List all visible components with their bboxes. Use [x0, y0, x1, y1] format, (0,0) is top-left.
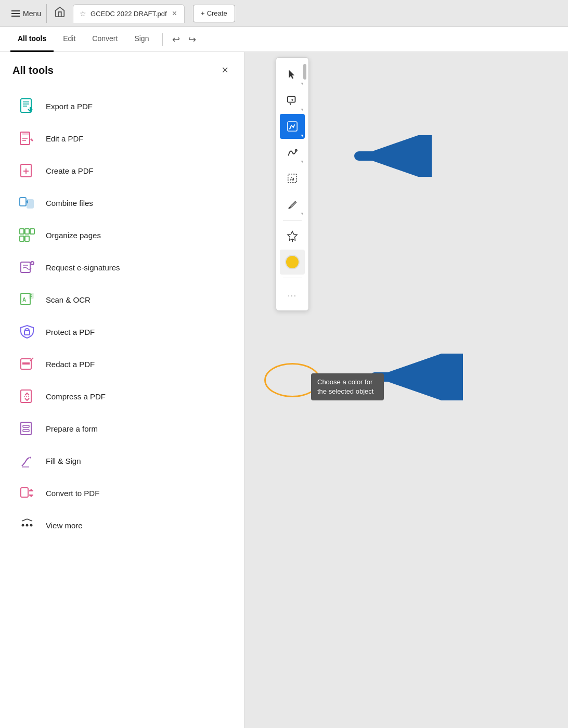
svg-rect-13	[30, 229, 34, 234]
create-button[interactable]: + Create	[193, 5, 235, 22]
svg-point-40	[26, 524, 29, 527]
convert-pdf-icon	[17, 483, 37, 503]
svg-rect-42	[288, 97, 295, 102]
svg-rect-34	[23, 430, 29, 432]
tool-item-compress[interactable]: Compress a PDF	[12, 381, 231, 412]
left-panel: All tools × Export a PDF Edit a PDF Crea…	[0, 52, 244, 728]
tool-label-compress: Compress a PDF	[46, 392, 106, 401]
fill-sign-icon	[17, 450, 37, 471]
tool-item-edit[interactable]: Edit a PDF	[12, 123, 231, 154]
tool-label-export: Export a PDF	[46, 102, 93, 111]
tool-item-scan[interactable]: A Scan & OCR	[12, 284, 231, 315]
corner-arrow-comment	[301, 109, 303, 111]
more-options-button[interactable]: ...	[280, 281, 305, 306]
tab-convert[interactable]: Convert	[85, 27, 125, 52]
svg-text:A: A	[22, 297, 26, 303]
tool-item-fill[interactable]: Fill & Sign	[12, 445, 231, 476]
tab-close-button[interactable]: ×	[171, 9, 178, 18]
export-pdf-icon	[17, 96, 37, 116]
tool-label-fill: Fill & Sign	[46, 457, 81, 465]
create-pdf-icon	[17, 160, 37, 181]
svg-text:Ai: Ai	[290, 177, 294, 181]
svg-rect-33	[23, 425, 29, 427]
comment-tool-button[interactable]	[280, 88, 305, 113]
svg-rect-15	[25, 236, 29, 241]
svg-rect-36	[21, 488, 28, 497]
text-select-tool-button[interactable]: Ai	[280, 166, 305, 191]
color-picker-tooltip: Choose a color for the selected object	[311, 373, 384, 400]
tool-item-combine[interactable]: Combine files	[12, 187, 231, 218]
tab-star-icon: ☆	[80, 9, 86, 18]
redact-pdf-icon	[17, 354, 37, 374]
edit-pdf-icon	[17, 128, 37, 149]
top-nav: All tools Edit Convert Sign ↩ ↪	[0, 27, 568, 52]
svg-rect-3	[22, 132, 30, 135]
toolbar-divider-2	[283, 278, 302, 278]
tool-item-create[interactable]: Create a PDF	[12, 155, 231, 186]
corner-arrow-stamp	[301, 213, 303, 215]
stamp-tool-button[interactable]	[280, 192, 305, 217]
tool-label-scan: Scan & OCR	[46, 295, 91, 304]
tool-label-viewmore: View more	[46, 521, 83, 530]
tool-label-organize: Organize pages	[46, 231, 101, 240]
prepare-form-icon	[17, 418, 37, 439]
svg-rect-14	[20, 236, 24, 241]
undo-button[interactable]: ↩	[169, 32, 183, 47]
select-tool-button[interactable]	[280, 62, 305, 87]
annotate-tool-button[interactable]	[280, 114, 305, 139]
draw-tool-button[interactable]	[280, 140, 305, 165]
protect-pdf-icon	[17, 321, 37, 342]
color-swatch	[285, 255, 300, 269]
menu-label: Menu	[23, 9, 41, 18]
tool-item-convert[interactable]: Convert to PDF	[12, 477, 231, 509]
tooltip-text: Choose a color for the selected object	[317, 378, 373, 395]
tool-label-request: Request e-signatures	[46, 263, 120, 272]
tool-label-create: Create a PDF	[46, 166, 94, 175]
tool-label-edit: Edit a PDF	[46, 134, 84, 143]
tool-item-viewmore[interactable]: View more	[12, 510, 231, 541]
tool-item-request[interactable]: Request e-signatures	[12, 252, 231, 283]
browser-tab[interactable]: ☆ GCEDC 2022 DRAFT.pdf ×	[73, 4, 185, 23]
svg-rect-28	[22, 362, 30, 365]
svg-rect-9	[20, 198, 26, 206]
svg-rect-11	[20, 229, 24, 234]
toolbar-divider	[283, 220, 302, 220]
svg-rect-32	[21, 422, 31, 435]
create-label: Create	[207, 9, 227, 17]
tool-item-protect[interactable]: Protect a PDF	[12, 316, 231, 347]
panel-title: All tools	[12, 64, 54, 76]
redo-button[interactable]: ↪	[185, 32, 199, 47]
svg-rect-12	[25, 229, 29, 234]
svg-point-39	[22, 524, 24, 527]
tool-item-prepare[interactable]: Prepare a form	[12, 413, 231, 444]
tool-label-redact: Redact a PDF	[46, 360, 95, 369]
view-more-icon	[17, 515, 37, 536]
request-esig-icon	[17, 257, 37, 278]
more-options-label: ...	[288, 290, 297, 298]
tool-label-convert: Convert to PDF	[46, 489, 99, 498]
tool-item-export[interactable]: Export a PDF	[12, 90, 231, 122]
tab-title: GCEDC 2022 DRAFT.pdf	[91, 10, 167, 18]
organize-pages-icon	[17, 225, 37, 245]
svg-rect-30	[21, 390, 31, 402]
pin-tool-button[interactable]	[280, 224, 305, 249]
nav-divider	[162, 33, 163, 46]
svg-rect-26	[24, 331, 30, 335]
svg-rect-23	[29, 293, 33, 298]
panel-close-button[interactable]: ×	[218, 62, 231, 78]
tool-item-redact[interactable]: Redact a PDF	[12, 348, 231, 380]
svg-point-41	[30, 524, 33, 527]
tab-sign[interactable]: Sign	[127, 27, 156, 52]
tool-item-organize[interactable]: Organize pages	[12, 219, 231, 251]
compress-pdf-icon	[17, 386, 37, 407]
tab-all-tools[interactable]: All tools	[10, 27, 54, 52]
panel-header: All tools ×	[12, 62, 231, 78]
combine-files-icon	[17, 192, 37, 213]
color-picker-button[interactable]	[280, 250, 305, 275]
browser-chrome: Menu ☆ GCEDC 2022 DRAFT.pdf × + Create	[0, 0, 568, 27]
tab-edit[interactable]: Edit	[56, 27, 83, 52]
home-button[interactable]	[51, 3, 69, 23]
corner-arrow-draw	[301, 161, 303, 163]
corner-arrow-select	[301, 83, 303, 85]
menu-button[interactable]: Menu	[6, 4, 47, 23]
